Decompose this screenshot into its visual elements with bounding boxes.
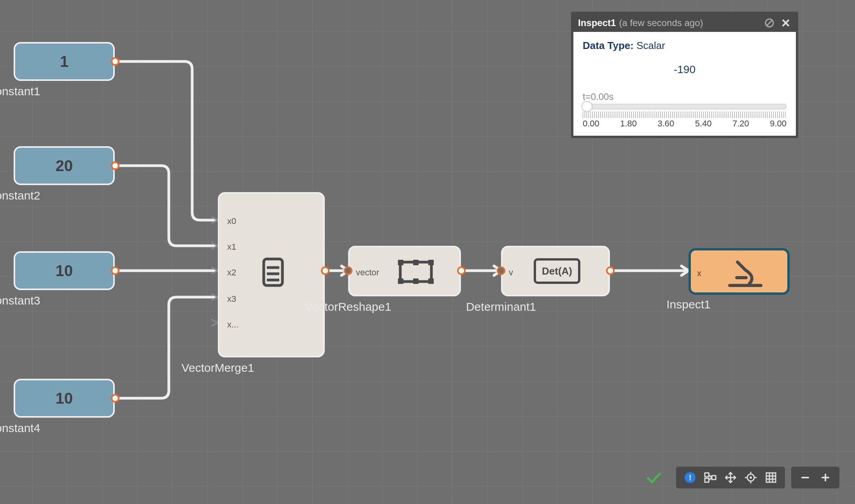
svg-rect-9 [413,260,419,265]
reshape-icon [396,258,435,285]
vm-label: VectorMerge1 [182,361,254,374]
vr-output-port[interactable] [457,266,466,275]
grid-button[interactable] [762,469,780,486]
inspect-datatype: Data Type: Scalar [583,40,787,52]
vm-output-port[interactable] [321,266,329,275]
vr-port-in-label: vector [356,268,379,278]
svg-rect-5 [398,260,403,265]
center-button[interactable] [742,469,759,486]
constant2-value: 20 [56,157,73,175]
close-icon[interactable] [780,18,791,28]
vm-port-x2-label: x2 [227,268,236,278]
time-slider[interactable] [583,104,787,109]
status-ok-icon[interactable] [645,469,662,486]
time-slider-thumb[interactable] [582,101,592,112]
constant4-label: Constant4 [0,422,40,435]
microscope-icon [726,257,765,289]
inspect-panel-age: (a few seconds ago) [619,18,703,28]
svg-rect-30 [766,473,776,482]
inspect-panel-titlebar[interactable]: Inspect1 (a few seconds ago) [573,14,796,32]
move-button[interactable] [722,469,739,486]
svg-rect-17 [705,473,709,477]
vr-label: VectorReshape1 [305,300,391,313]
svg-rect-6 [428,260,434,265]
time-slider-ticks [583,112,787,118]
constant1-output-port[interactable] [111,57,119,66]
inspect-time-label: t=0.00s [583,91,787,102]
vm-port-x0-label: x0 [227,216,236,226]
svg-line-14 [767,20,772,26]
constant1-label: Constant1 [0,85,40,98]
svg-rect-19 [712,476,716,480]
inspect-port-in-label: x [697,268,701,278]
det-label: Determinant1 [466,300,536,313]
diagram-canvas[interactable]: 1 Constant1 20 Constant2 10 Constant3 10… [0,0,855,504]
inspect-panel[interactable]: Inspect1 (a few seconds ago) Data Type: … [571,12,798,138]
svg-rect-8 [428,278,434,284]
time-slider-tick-labels: 0.00 1.80 3.60 5.40 7.20 9.00 [583,119,787,129]
constant2-output-port[interactable] [111,161,119,170]
svg-rect-10 [413,278,419,284]
constant3-value: 10 [56,262,73,280]
vr-input-port[interactable] [344,266,352,275]
info-button[interactable]: ! [682,469,699,486]
inspect-label: Inspect1 [666,298,710,311]
svg-point-25 [750,476,752,479]
svg-rect-7 [398,278,403,284]
disable-icon[interactable] [764,18,775,28]
svg-rect-0 [264,259,282,285]
vm-port-x3-label: x3 [227,294,236,304]
det-input-port[interactable] [497,266,505,275]
inspect-panel-title: Inspect1 [578,18,616,28]
layout-button[interactable] [702,469,719,486]
constant2-label: Constant2 [0,189,40,202]
toolbar-group-actions: ! [676,467,785,488]
constant3-label: Constant3 [0,294,40,307]
determinant-badge: Det(A) [534,258,580,284]
constant4-value: 10 [56,390,73,407]
zoom-in-button[interactable] [817,469,834,486]
canvas-toolbar: ! [645,467,839,488]
zoom-out-button[interactable] [797,469,814,486]
stack-icon [261,257,285,288]
vm-port-xmore-label: x... [227,320,238,330]
constant3-output-port[interactable] [111,266,119,275]
det-output-port[interactable] [606,266,615,275]
inspect-value: -190 [583,63,787,76]
svg-rect-18 [705,478,709,482]
det-port-in-label: v [509,268,513,278]
constant1-value: 1 [60,53,68,70]
constant4-output-port[interactable] [111,394,119,402]
vm-port-x1-label: x1 [227,242,236,252]
toolbar-group-zoom [791,467,839,488]
